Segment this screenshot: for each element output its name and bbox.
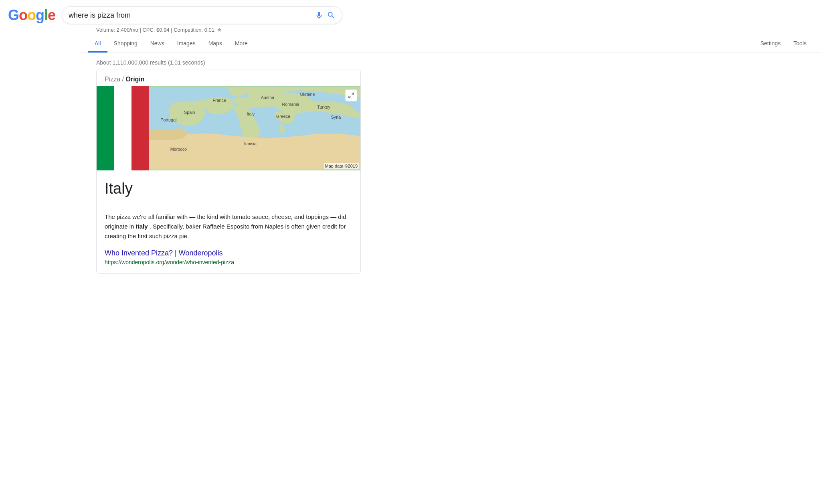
svg-text:Spain: Spain [184,110,195,115]
svg-text:France: France [212,98,226,103]
answer-title: Italy [97,170,360,204]
svg-text:Turkey: Turkey [317,105,330,109]
tab-settings[interactable]: Settings [754,35,787,53]
logo-o1: o [19,7,27,23]
tab-tools[interactable]: Tools [787,35,813,53]
result-title-link[interactable]: Who Invented Pizza? | Wonderopolis [105,249,352,257]
tab-more[interactable]: More [229,35,254,53]
star-icon[interactable]: ★ [217,26,222,33]
answer-box-header: Pizza / Origin [97,69,360,86]
logo-l: l [44,7,48,23]
search-button[interactable] [327,11,336,20]
result-link: Who Invented Pizza? | Wonderopolis https… [97,249,360,273]
map-attribution: Map data ©2019 [324,163,359,169]
microphone-button[interactable] [315,11,324,20]
flag-red-stripe [131,86,149,170]
tab-images[interactable]: Images [171,35,202,53]
svg-text:Morocco: Morocco [170,147,187,152]
nav-right: Settings Tools [754,35,813,53]
breadcrumb-subject: Pizza [105,76,120,83]
tab-shopping[interactable]: Shopping [107,35,144,53]
tab-news[interactable]: News [144,35,171,53]
svg-text:Portugal: Portugal [160,117,176,122]
svg-text:Syria: Syria [331,115,341,119]
svg-text:Austria: Austria [261,95,274,100]
italy-flag [97,86,149,170]
nav-tabs: All Shopping News Images Maps More Setti… [80,35,821,53]
svg-text:Ukraine: Ukraine [300,92,315,97]
svg-text:Tunisia: Tunisia [243,141,257,146]
answer-description: The pizza we're all familiar with — the … [97,204,360,249]
map-area: Ukraine France Austria Romania Italy Spa… [149,86,360,170]
search-bar [62,6,342,24]
search-input[interactable] [69,11,311,20]
answer-box: Pizza / Origin [96,69,361,274]
map-svg: Ukraine France Austria Romania Italy Spa… [149,86,360,170]
tab-maps[interactable]: Maps [202,35,229,53]
expand-map-button[interactable] [345,89,357,101]
logo-e: e [48,7,55,23]
results-count: About 1,110,000,000 results (1.01 second… [88,53,821,69]
flag-map-row: Ukraine France Austria Romania Italy Spa… [97,86,360,170]
breadcrumb-attribute: Origin [125,76,144,83]
svg-text:Italy: Italy [247,111,255,116]
main-content: Pizza / Origin [88,69,369,274]
flag-white-stripe [114,86,131,170]
logo-g2: g [36,7,44,23]
description-bold: Italy [136,223,148,230]
svg-text:Greece: Greece [276,114,290,119]
svg-line-13 [352,93,354,95]
tab-all[interactable]: All [88,35,107,53]
header: Google [0,0,821,24]
svg-text:Romania: Romania [282,102,299,107]
svg-line-14 [349,96,351,98]
result-url: https://wonderopolis.org/wonder/who-inve… [105,259,352,265]
logo-g1: G [8,7,19,23]
flag-green-stripe [97,86,114,170]
google-logo: Google [8,7,55,24]
logo-o2: o [27,7,36,23]
volume-text: Volume: 2,400/mo | CPC: $0.94 | Competit… [96,27,214,33]
volume-info: Volume: 2,400/mo | CPC: $0.94 | Competit… [88,24,821,35]
search-bar-wrapper [62,6,342,24]
